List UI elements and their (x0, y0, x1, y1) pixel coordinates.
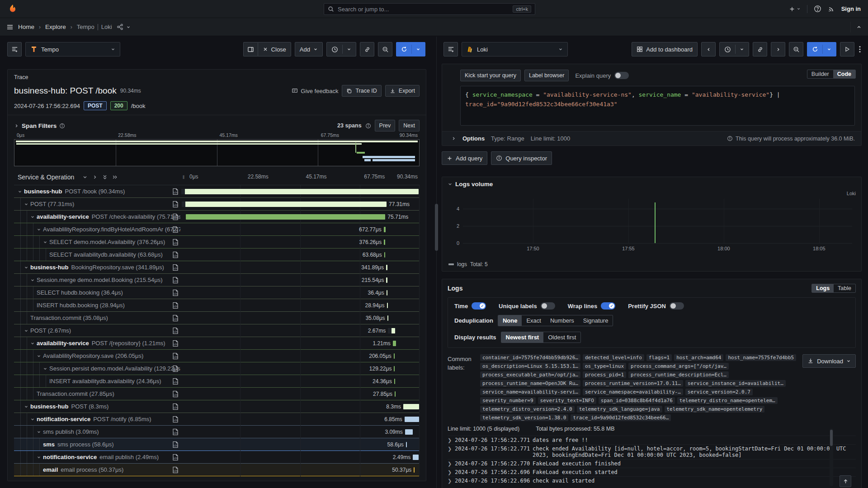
span-name-cell[interactable]: INSERT availabilitydb.availability (24.3… (14, 375, 180, 387)
span-bar[interactable] (384, 252, 385, 258)
span-row[interactable]: sms sms process (58.6μs) LOG 58.6μs (14, 438, 420, 451)
span-row[interactable]: POST (2.67ms) LOG 2.67ms (14, 324, 420, 337)
log-file-icon[interactable]: LOG (172, 340, 179, 347)
display-option-oldest-first[interactable]: Oldest first (543, 332, 580, 343)
span-timeline-cell[interactable]: 6.85ms (180, 413, 420, 425)
search-input[interactable]: Search or jump to... ctrl+k (324, 3, 535, 15)
dedup-option-signature[interactable]: Signature (579, 315, 613, 326)
span-name-cell[interactable]: business-hub POST (8.3ms) LOG (14, 400, 180, 413)
span-row[interactable]: SELECT availabilitydb.availability (63.6… (14, 249, 420, 261)
span-row[interactable]: INSERT hubdb.booking (28.94μs) LOG 28.94… (14, 299, 420, 312)
log-file-icon[interactable]: LOG (172, 365, 179, 372)
log-file-icon[interactable]: LOG (172, 264, 179, 271)
span-bar[interactable] (405, 417, 419, 422)
span-row[interactable]: Session.merge demo.model.Booking (215.54… (14, 274, 420, 286)
span-timeline-cell[interactable]: 672.77μs (180, 223, 420, 235)
chevron-right-icon[interactable] (14, 123, 19, 128)
span-timeline-cell[interactable]: 58.6μs (180, 438, 420, 450)
span-name-cell[interactable]: INSERT hubdb.booking (28.94μs) LOG (14, 299, 180, 311)
log-file-icon[interactable]: LOG (172, 327, 179, 334)
column-resize-handle[interactable]: ‖ (180, 174, 187, 180)
span-name-cell[interactable]: notification-service POST /notify (6.85m… (14, 413, 180, 425)
move-to-right-pane-icon[interactable] (243, 42, 258, 56)
link-icon[interactable] (753, 42, 767, 56)
logs-volume-chart[interactable]: 02417:5017:5518:0018:05 (463, 199, 852, 243)
add-dropdown-button[interactable]: Add (295, 42, 323, 56)
span-row[interactable]: Session.persist demo.model.Availability … (14, 362, 420, 375)
expand-log-icon[interactable]: ❯ (448, 478, 455, 484)
export-button[interactable]: Export (385, 85, 420, 97)
prev-button[interactable]: Prev (375, 120, 396, 131)
span-timeline-cell[interactable]: 2.49ms (180, 451, 420, 463)
breadcrumb-explore[interactable]: Explore (45, 23, 66, 30)
log-row[interactable]: ❯ 2024-07-26 17:56:22.771 check ended Av… (448, 444, 856, 459)
span-timeline-cell[interactable] (180, 185, 420, 197)
log-file-icon[interactable]: LOG (172, 428, 179, 436)
span-row[interactable]: notification-service email publish (2.49… (14, 451, 420, 464)
span-name-cell[interactable]: email email process (50.37μs) LOG (14, 464, 180, 476)
logs-scrollbar[interactable] (830, 428, 833, 486)
dedup-option-none[interactable]: None (498, 315, 522, 326)
span-row[interactable]: POST (77.31ms) LOG 77.31ms (14, 198, 420, 211)
span-name-cell[interactable]: availability-service POST /check-availab… (14, 211, 180, 223)
span-timeline-cell[interactable]: 35.08μs (180, 312, 420, 324)
chevron-down-icon[interactable] (126, 25, 131, 29)
download-button[interactable]: Download (802, 354, 856, 368)
span-bar[interactable] (384, 239, 385, 245)
span-row[interactable]: AvailablilityRepository.findByHotelAndRo… (14, 223, 420, 236)
log-file-icon[interactable]: LOG (172, 201, 179, 208)
expand-log-icon[interactable]: ❯ (448, 460, 455, 467)
splitter-drag-handle[interactable] (435, 204, 438, 251)
span-timeline-cell[interactable]: 341.89μs (180, 261, 420, 273)
span-bar[interactable] (394, 379, 395, 384)
time-toggle[interactable]: ✓ (472, 302, 486, 310)
log-file-icon[interactable]: LOG (172, 390, 179, 398)
help-icon[interactable] (814, 5, 821, 13)
expand-log-icon[interactable]: ❯ (448, 469, 455, 475)
span-bar[interactable] (387, 290, 387, 296)
give-feedback-link[interactable]: Give feedback (292, 88, 338, 94)
span-bar[interactable] (405, 429, 413, 435)
log-file-icon[interactable]: LOG (172, 226, 179, 233)
collapse-all-icon[interactable] (102, 174, 108, 180)
kick-start-query-button[interactable]: Kick start your query (460, 70, 521, 81)
span-name-cell[interactable]: Transaction.commit (27.85μs) LOG (14, 388, 180, 400)
span-timeline-cell[interactable]: 3.09ms (180, 426, 420, 438)
close-pane-button[interactable]: Close (258, 42, 291, 56)
kebab-menu-icon[interactable] (858, 46, 862, 53)
zoom-out-icon[interactable] (789, 42, 803, 56)
chevron-down-icon[interactable] (30, 341, 35, 346)
span-bar[interactable] (182, 202, 387, 207)
log-file-icon[interactable]: LOG (172, 314, 179, 322)
log-file-icon[interactable]: LOG (172, 441, 179, 448)
span-timeline-cell[interactable]: 24.36μs (180, 375, 420, 387)
next-button[interactable]: Next (399, 120, 420, 131)
zoom-out-icon[interactable] (378, 42, 392, 56)
span-timeline-cell[interactable]: 129.22μs (180, 362, 420, 375)
log-file-icon[interactable]: LOG (172, 403, 179, 410)
chevron-down-icon[interactable] (37, 354, 41, 358)
loki-datasource-picker[interactable]: Loki (462, 42, 568, 56)
span-bar[interactable] (186, 214, 385, 220)
chevron-down-icon[interactable] (24, 404, 28, 409)
log-file-icon[interactable]: LOG (172, 277, 179, 284)
span-row[interactable]: business-hub POST (8.3ms) LOG 8.3ms (14, 400, 420, 413)
collapse-one-icon[interactable] (82, 174, 88, 180)
span-timeline-cell[interactable]: 27.85μs (180, 388, 420, 400)
expand-all-icon[interactable] (112, 174, 118, 180)
span-bar[interactable] (394, 366, 395, 371)
news-rss-icon[interactable] (828, 5, 835, 13)
live-tail-icon[interactable] (840, 42, 854, 56)
span-row[interactable]: Transaction.commit (27.85μs) LOG 27.85μs (14, 388, 420, 400)
builder-option[interactable]: Builder (807, 70, 833, 78)
span-name-cell[interactable]: AvailablilityRepository.save (206.05μs) … (14, 350, 180, 362)
span-timeline-cell[interactable]: 36.4μs (180, 286, 420, 299)
span-bar[interactable] (406, 442, 407, 447)
view-option-logs[interactable]: Logs (812, 284, 834, 292)
span-bar[interactable] (181, 189, 419, 194)
log-row[interactable]: ❯ 2024-07-26 17:56:22.771 dates are free… (448, 436, 856, 444)
chevron-down-icon[interactable] (37, 455, 41, 460)
log-file-icon[interactable]: LOG (172, 251, 179, 258)
span-name-cell[interactable]: SELECT hubdb.booking (36.4μs) LOG (14, 286, 180, 299)
span-bar[interactable] (395, 391, 396, 397)
